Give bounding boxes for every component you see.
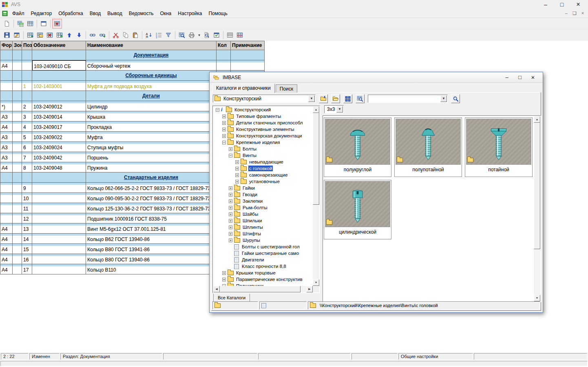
tree-item[interactable]: +Крышки торцовые — [213, 270, 313, 276]
expand-icon[interactable]: + — [222, 134, 226, 138]
menu-item[interactable]: Настройка — [175, 10, 205, 17]
grid-settings-icon[interactable] — [225, 30, 235, 40]
tab-search[interactable]: Поиск — [276, 84, 297, 93]
paste-icon[interactable] — [130, 30, 140, 40]
table-cell[interactable]: Кольцо 090-095-30-2-2 ГОСТ 9833-73 / ГОС… — [86, 193, 217, 203]
move-down-icon[interactable] — [74, 30, 84, 40]
collapse-icon[interactable]: − — [222, 141, 226, 144]
tree-item[interactable]: +Шпильки — [213, 217, 313, 224]
thumbnails-vertical-scrollbar[interactable]: ▲ ▼ — [534, 116, 540, 301]
table-cell[interactable]: А4 — [0, 234, 13, 244]
table-cell[interactable]: Прокладка — [86, 122, 217, 132]
table-add-icon[interactable] — [25, 30, 35, 40]
table-cell[interactable]: Пружина — [86, 162, 217, 172]
tree-item[interactable]: +Гвозди — [213, 191, 313, 198]
table-cell[interactable] — [32, 183, 86, 193]
chevron-down-icon[interactable]: ▼ — [336, 106, 343, 113]
tree-item[interactable]: Гайки шестигранные само — [213, 250, 313, 256]
print-icon[interactable] — [187, 30, 197, 40]
expand-icon[interactable]: + — [222, 278, 226, 281]
table-delete-icon[interactable] — [45, 30, 55, 40]
expand-icon[interactable]: + — [229, 239, 232, 242]
table-cell[interactable]: А4 — [0, 162, 13, 172]
save-icon[interactable] — [2, 30, 12, 40]
scroll-down-icon[interactable]: ▼ — [313, 279, 319, 286]
table-cell[interactable]: А4 — [0, 122, 13, 132]
catalog-combobox[interactable]: Конструкторский ▼ — [213, 95, 316, 103]
table-cell[interactable]: 103-2409017 — [32, 122, 86, 132]
tree-item[interactable]: +Шплинты — [213, 224, 313, 230]
table-cell[interactable] — [13, 162, 22, 172]
table-cell[interactable] — [13, 234, 22, 244]
expand-icon[interactable]: + — [222, 128, 226, 131]
scroll-right-icon[interactable]: ▶ — [306, 286, 313, 292]
print-preview-icon[interactable] — [202, 30, 212, 40]
table-cell[interactable]: 103-2409048 — [32, 162, 86, 172]
search-icon[interactable] — [451, 94, 460, 103]
tree-item[interactable]: +самонарезающие — [213, 172, 313, 178]
scrollbar-thumb[interactable] — [534, 123, 540, 249]
tree-item[interactable]: +Типовые фрагменты — [213, 113, 313, 119]
table-cell[interactable]: *) — [0, 101, 13, 111]
table-cell[interactable]: А4 — [0, 254, 13, 264]
tree-item[interactable]: +невыпадающие — [213, 159, 313, 165]
table-cell[interactable] — [13, 193, 22, 203]
thumbnail-item[interactable]: полукруглой — [324, 117, 391, 177]
maximize-button[interactable]: □ — [554, 0, 570, 9]
table-cell[interactable]: 6 — [22, 142, 32, 152]
table-cell[interactable]: А3 — [0, 132, 13, 142]
tab-all-catalogs[interactable]: Все Каталоги — [213, 294, 250, 302]
table-cell[interactable]: 3 — [22, 111, 32, 122]
menu-item[interactable]: Файл — [9, 10, 28, 17]
table-grid-icon[interactable] — [25, 19, 35, 29]
table-cell[interactable]: А4 — [0, 223, 13, 234]
sort-check-icon[interactable] — [164, 30, 173, 40]
table-open-icon[interactable] — [35, 30, 45, 40]
thumbnails-view-icon[interactable] — [343, 94, 352, 103]
menu-item[interactable]: Обработка — [55, 10, 86, 17]
form-properties-icon[interactable] — [212, 30, 221, 40]
table-cell[interactable]: 10 — [22, 193, 32, 203]
table-cell[interactable] — [13, 152, 22, 162]
delete-table-active-icon[interactable] — [52, 19, 62, 29]
table-cell[interactable]: Винт М5-6gх12 ОСТ 37.001.125-81 — [86, 223, 217, 234]
expand-icon[interactable]: + — [229, 219, 232, 223]
table-cell[interactable] — [13, 101, 22, 111]
search-combobox[interactable]: ▼ — [368, 95, 448, 103]
collapse-icon[interactable]: − — [229, 154, 232, 157]
menu-item[interactable]: Окна — [157, 10, 175, 17]
tree-item[interactable]: Двигатели — [213, 256, 313, 263]
tree-item[interactable]: +Подшипники — [213, 283, 313, 286]
table-cell[interactable]: 4 — [22, 122, 32, 132]
tree-item[interactable]: +Гайки — [213, 185, 313, 191]
table-cell[interactable]: 103-2409012 — [32, 101, 86, 111]
expand-icon[interactable]: + — [229, 186, 232, 190]
table-cell[interactable] — [32, 244, 86, 254]
table-cell[interactable] — [13, 264, 22, 274]
table-cell[interactable]: А3 — [0, 152, 13, 162]
thumbnail-item[interactable]: цилиндрической — [324, 180, 391, 239]
print-menu-icon[interactable]: ▾ — [197, 30, 202, 40]
dialog-minimize-button[interactable]: – — [500, 73, 513, 82]
expand-icon[interactable]: + — [235, 160, 239, 164]
tree-item[interactable]: +Конструктивные элементы — [213, 126, 313, 133]
table-cell[interactable] — [13, 183, 22, 193]
expand-icon[interactable]: + — [229, 199, 232, 203]
link-icon[interactable] — [88, 30, 97, 40]
table-cell[interactable]: Крышка — [86, 111, 217, 122]
open-folder-icon[interactable] — [331, 94, 340, 103]
table-cell[interactable]: 2 — [22, 101, 32, 111]
table-cell[interactable] — [0, 213, 13, 223]
menu-item[interactable]: Ввод — [86, 10, 104, 17]
find-thumbnails-icon[interactable] — [356, 94, 365, 103]
tree-item[interactable]: +Заклепки — [213, 198, 313, 204]
scroll-left-icon[interactable]: ◀ — [213, 286, 220, 292]
tree-item[interactable]: −iКонструкторский — [213, 106, 313, 113]
table-cell[interactable]: 9 — [22, 183, 32, 193]
tree-item[interactable]: +Параметрические конструктив — [213, 276, 313, 283]
table-cell[interactable] — [217, 60, 231, 71]
table-cell[interactable]: 103-2409022 — [32, 132, 86, 142]
tree-item[interactable]: +с головкой — [213, 165, 313, 172]
mdi-minimize-button[interactable]: – — [563, 10, 570, 17]
table-cell[interactable] — [0, 193, 13, 203]
